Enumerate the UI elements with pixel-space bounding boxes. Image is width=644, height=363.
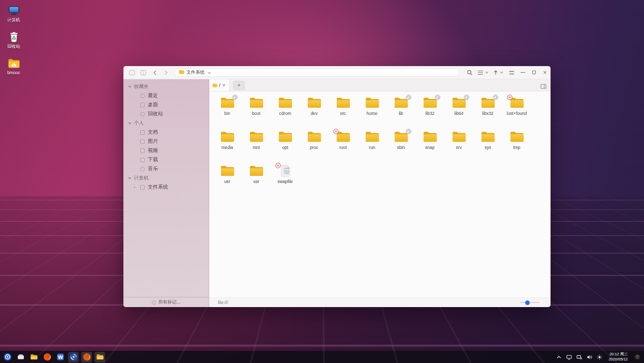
file-proc[interactable]: proc: [300, 129, 329, 163]
file-libx32[interactable]: libx32: [473, 95, 502, 129]
minimize-button[interactable]: [517, 68, 528, 78]
file-usr[interactable]: usr: [213, 163, 242, 197]
file-sbin[interactable]: sbin: [387, 129, 415, 163]
icon-size-slider[interactable]: [520, 302, 539, 303]
tab-label: /: [219, 83, 220, 88]
sidebar-item-trash[interactable]: 回收站: [123, 109, 209, 118]
taskbar-wps[interactable]: W: [55, 352, 66, 362]
tray-expand-icon[interactable]: [556, 354, 562, 360]
folder-icon: [307, 131, 322, 143]
file-label: srv: [456, 145, 462, 150]
view-mode-button[interactable]: [475, 68, 491, 78]
sort-button[interactable]: [491, 68, 506, 78]
file-srv[interactable]: srv: [444, 129, 473, 163]
tab-close-icon[interactable]: ✕: [222, 83, 226, 88]
file-tmp[interactable]: tmp: [502, 129, 531, 163]
window-icon[interactable]: [127, 68, 138, 78]
file-run[interactable]: run: [358, 129, 387, 163]
desktop-icon-home-folder[interactable]: bmooc: [0, 57, 27, 82]
file-opt[interactable]: opt: [271, 129, 300, 163]
sidebar-item-pictures[interactable]: 图片: [123, 137, 209, 146]
folder-icon: [220, 131, 235, 143]
file-boot[interactable]: boot: [242, 95, 271, 129]
symlink-badge-icon: [232, 95, 238, 100]
taskbar-firefox[interactable]: [81, 352, 92, 362]
slider-knob[interactable]: [525, 300, 530, 305]
symlink-badge-icon: [406, 95, 411, 100]
tray-brightness-icon[interactable]: [597, 354, 602, 360]
file-swapfile[interactable]: 0100 0010 1001 swapfile: [271, 163, 300, 197]
sidebar-item-music[interactable]: 音乐: [123, 164, 209, 173]
address-bar[interactable]: 文件系统: [174, 68, 460, 77]
recycle-bin-icon: [8, 31, 20, 43]
file-lib32[interactable]: lib32: [415, 95, 444, 129]
taskbar-multitasking[interactable]: [15, 352, 26, 362]
close-button[interactable]: ×: [539, 68, 551, 78]
forward-button[interactable]: [160, 68, 172, 78]
sidebar-item-desktop[interactable]: 桌面: [123, 100, 209, 109]
status-path: file:///: [218, 300, 228, 305]
file-label: sys: [485, 145, 491, 150]
file-etc[interactable]: etc: [329, 95, 358, 129]
taskbar-firefox[interactable]: [42, 352, 52, 362]
folder-icon: [249, 131, 264, 143]
file-snap[interactable]: snap: [415, 129, 444, 163]
split-view-icon[interactable]: [138, 68, 149, 78]
back-button[interactable]: [149, 68, 160, 78]
sidebar-group-label: 收藏夹: [134, 83, 149, 90]
sidebar-group-computer[interactable]: 计算机: [123, 173, 209, 183]
sidebar-group-favorites[interactable]: 收藏夹: [123, 82, 209, 91]
sidebar-item-recent[interactable]: 最近: [123, 91, 209, 100]
search-button[interactable]: [464, 68, 475, 78]
downloads-icon: [140, 158, 145, 162]
file-lost+found[interactable]: lost+found: [502, 95, 531, 129]
file-var[interactable]: var: [242, 163, 271, 197]
sidebar-item-downloads[interactable]: 下载: [123, 155, 209, 164]
file-sys[interactable]: sys: [473, 129, 502, 163]
taskbar-launcher[interactable]: [2, 352, 13, 362]
taskbar-file-manager[interactable]: [28, 352, 39, 362]
file-label: dev: [311, 111, 318, 116]
address-location: 文件系统: [186, 69, 205, 76]
file-lib64[interactable]: lib64: [444, 95, 473, 129]
folder-icon: [278, 97, 293, 109]
tab-root[interactable]: / ✕: [209, 79, 230, 91]
file-lib[interactable]: lib: [387, 95, 415, 129]
sidebar-item-label: 下载: [148, 156, 158, 163]
file-media[interactable]: media: [213, 129, 242, 163]
sidebar-group-personal[interactable]: 个人: [123, 118, 209, 128]
file-home[interactable]: home: [358, 95, 387, 129]
new-tab-button[interactable]: +: [233, 81, 245, 90]
info-panel-toggle-icon[interactable]: [540, 82, 546, 91]
tray-display-icon[interactable]: [566, 354, 572, 360]
sidebar-item-documents[interactable]: 文档: [123, 128, 209, 137]
menu-button[interactable]: [506, 68, 517, 78]
tray-network-icon[interactable]: [576, 354, 582, 360]
all-tags-button[interactable]: 所有标记...: [123, 297, 209, 307]
chevron-down-icon: [208, 70, 211, 75]
expand-chevron-icon[interactable]: ›: [132, 185, 137, 190]
svg-text:1001: 1001: [284, 172, 289, 174]
clock[interactable]: 20:12 周二 2020/05/12: [608, 352, 628, 362]
sidebar-item-filesystem[interactable]: › 文件系统: [123, 183, 209, 192]
maximize-button[interactable]: [528, 68, 539, 78]
file-dev[interactable]: dev: [300, 95, 329, 129]
file-root[interactable]: root: [329, 129, 358, 163]
sidebar-item-label: 最近: [148, 92, 158, 99]
file-bin[interactable]: bin: [213, 95, 242, 129]
tray-volume-icon[interactable]: [587, 354, 592, 360]
tab-bar: / ✕ +: [209, 79, 551, 92]
sidebar-groups: 收藏夹 最近 桌面 回收站 个人 文档 图片 视频 下载 音乐 计算机 › 文件…: [123, 79, 209, 297]
file-mnt[interactable]: mnt: [242, 129, 271, 163]
taskbar-app-store[interactable]: [68, 352, 79, 362]
file-label: var: [253, 179, 260, 184]
power-button[interactable]: [634, 353, 641, 360]
taskbar-file-manager[interactable]: [94, 352, 105, 362]
desktop-icon-computer[interactable]: 计算机: [0, 4, 27, 29]
folder-icon: [480, 131, 496, 143]
file-cdrom[interactable]: cdrom: [271, 95, 300, 129]
svg-text:W: W: [58, 355, 63, 360]
sidebar-item-videos[interactable]: 视频: [123, 146, 209, 155]
folder-icon: [452, 97, 467, 109]
desktop-icon-recycle-bin[interactable]: 回收站: [0, 31, 27, 55]
